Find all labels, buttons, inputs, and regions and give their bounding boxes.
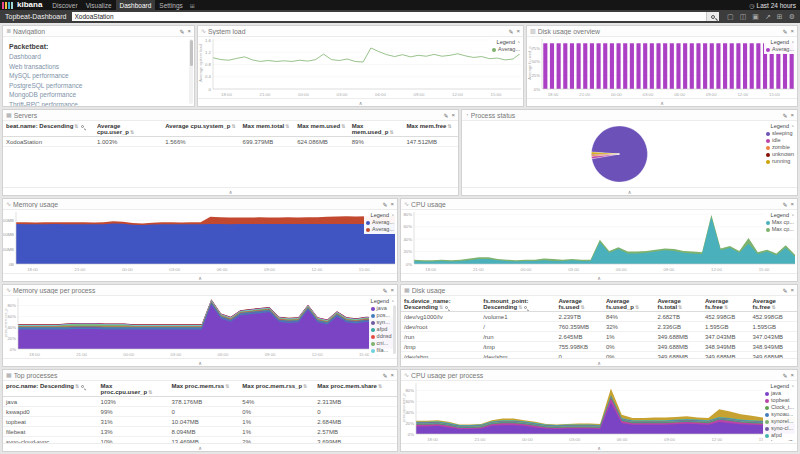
save-dashboard-button[interactable]: ◫ (740, 10, 747, 23)
column-header[interactable]: Max mem.used_p⇅ (349, 121, 404, 137)
legend-item[interactable]: syno-cl... (765, 425, 794, 432)
legend-item[interactable]: synorel... (765, 418, 794, 425)
close-icon[interactable]: × (790, 372, 794, 379)
close-icon[interactable]: × (790, 201, 794, 208)
close-icon[interactable]: × (790, 112, 794, 119)
search-icon[interactable] (81, 125, 84, 128)
close-icon[interactable]: × (187, 28, 191, 35)
edit-icon[interactable]: ✎ (782, 372, 787, 379)
sort-icon[interactable]: ⇅ (439, 304, 443, 310)
legend-item[interactable]: unknown (766, 151, 794, 158)
legend-item[interactable]: afpd (765, 432, 794, 439)
legend-item[interactable]: java (765, 390, 794, 397)
column-header[interactable]: Average fs.total⇅ (654, 296, 702, 312)
legend-item[interactable]: topbeat (765, 397, 794, 404)
column-header[interactable]: Average fs.free⇅ (749, 296, 797, 312)
legend-item[interactable]: synoau... (765, 411, 794, 418)
collapse-toggle[interactable]: ∧ (527, 98, 797, 106)
legend-item[interactable]: Averag... (492, 46, 520, 53)
search-icon[interactable] (445, 306, 448, 309)
legend-item[interactable]: sleeping (766, 130, 794, 137)
column-header[interactable]: Average cpu.user_p⇅ (94, 121, 162, 137)
column-header[interactable]: Max mem.total⇅ (240, 121, 295, 137)
edit-icon[interactable]: ✎ (179, 28, 184, 35)
edit-icon[interactable]: ✎ (382, 287, 387, 294)
sort-icon[interactable]: ⇅ (518, 304, 522, 310)
nav-item-visualize[interactable]: Visualize (82, 0, 116, 10)
legend-item[interactable]: syn... (371, 319, 394, 326)
column-header[interactable]: Max proc.mem.share⇅ (314, 381, 397, 397)
legend-toggle-icon[interactable]: ◔ (391, 212, 394, 219)
nav-item-discover[interactable]: Discover (48, 0, 81, 10)
legend-item[interactable]: ddnsd (371, 333, 394, 340)
sort-icon[interactable]: ⇅ (303, 383, 307, 389)
sort-icon[interactable]: ⇅ (378, 383, 382, 389)
sort-icon[interactable]: ⇅ (635, 304, 639, 310)
legend-item[interactable]: running (766, 158, 794, 165)
column-header[interactable]: Max mem.free⇅ (403, 121, 458, 137)
nav-link[interactable]: Dashboard (9, 52, 188, 62)
column-header[interactable]: Max proc.mem.rss⇅ (168, 381, 239, 397)
legend-item[interactable]: Averag... (366, 226, 394, 233)
nav-link[interactable]: PostgreSQL performance (9, 81, 188, 91)
nav-link[interactable]: Thrift-RPC performance (9, 100, 188, 106)
query-input[interactable] (72, 12, 707, 21)
sort-icon[interactable]: ⇅ (389, 129, 393, 135)
close-icon[interactable]: × (451, 112, 455, 119)
close-icon[interactable]: × (390, 201, 394, 208)
column-header[interactable]: proc.name: Descending⇅ (3, 381, 98, 397)
search-button[interactable] (706, 12, 719, 21)
options-button[interactable]: ⚙ (789, 10, 795, 23)
collapse-toggle[interactable]: ∧ (3, 443, 397, 451)
edit-icon[interactable]: ✎ (508, 28, 513, 35)
sort-icon[interactable]: ⇅ (724, 304, 728, 310)
column-header[interactable]: fs.device_name: Descending⇅ (401, 296, 480, 312)
edit-icon[interactable]: ✎ (782, 201, 787, 208)
column-header[interactable]: Average fs.used⇅ (555, 296, 603, 312)
legend-item[interactable]: pos... (371, 312, 394, 319)
collapse-toggle[interactable]: ∧ (3, 273, 397, 281)
sort-icon[interactable]: ⇅ (231, 123, 235, 129)
close-icon[interactable]: × (390, 372, 394, 379)
edit-icon[interactable]: ✎ (782, 287, 787, 294)
column-header[interactable]: fs.mount_point: Descending⇅ (480, 296, 555, 312)
legend-item[interactable]: idle (766, 137, 794, 144)
legend-toggle-icon[interactable]: ◔ (391, 298, 394, 305)
apps-icon[interactable]: ⊞ (190, 2, 195, 9)
edit-icon[interactable]: ✎ (782, 112, 787, 119)
legend-item[interactable]: fila... (371, 347, 394, 354)
legend-item[interactable]: Max cp... (766, 226, 794, 233)
add-visualization-button[interactable]: ⊞ (777, 10, 783, 23)
share-dashboard-button[interactable]: ↗ (765, 10, 771, 23)
close-icon[interactable]: × (390, 287, 394, 294)
collapse-toggle[interactable]: ∧ (3, 187, 458, 195)
timepicker[interactable]: ◷ Last 24 hours (749, 2, 800, 9)
close-icon[interactable]: × (790, 287, 794, 294)
legend-toggle-icon[interactable]: ◔ (517, 39, 520, 46)
legend-toggle-icon[interactable]: ◔ (791, 212, 794, 219)
column-header[interactable]: Max proc.mem.rss_p⇅ (239, 381, 314, 397)
column-header[interactable]: Average cpu.system_p⇅ (162, 121, 239, 137)
search-icon[interactable] (81, 385, 84, 388)
collapse-toggle[interactable]: ∧ (3, 358, 397, 366)
sort-icon[interactable]: ⇅ (225, 383, 229, 389)
column-header[interactable]: Average fs.used_p⇅ (603, 296, 654, 312)
collapse-toggle[interactable]: ∧ (462, 187, 797, 195)
legend-item[interactable]: Max cp... (766, 219, 794, 226)
sort-icon[interactable]: ⇅ (285, 123, 289, 129)
legend-item[interactable]: java (371, 305, 394, 312)
nav-item-dashboard[interactable]: Dashboard (116, 0, 156, 10)
legend-item[interactable]: cni... (371, 340, 394, 347)
sort-icon[interactable]: ⇅ (74, 123, 78, 129)
collapse-toggle[interactable]: ∧ (401, 273, 797, 281)
legend-toggle-icon[interactable]: ◔ (791, 383, 794, 390)
collapse-toggle[interactable]: ∧ (401, 358, 797, 366)
new-dashboard-button[interactable]: ▢ (727, 10, 734, 23)
column-header[interactable]: beat.name: Descending⇅ (3, 121, 94, 137)
sort-icon[interactable]: ⇅ (341, 123, 345, 129)
edit-icon[interactable]: ✎ (382, 201, 387, 208)
sort-icon[interactable]: ⇅ (148, 389, 152, 395)
sort-icon[interactable]: ⇅ (771, 304, 775, 310)
sort-icon[interactable]: ⇅ (447, 123, 451, 129)
collapse-toggle[interactable]: ∧ (198, 98, 523, 106)
